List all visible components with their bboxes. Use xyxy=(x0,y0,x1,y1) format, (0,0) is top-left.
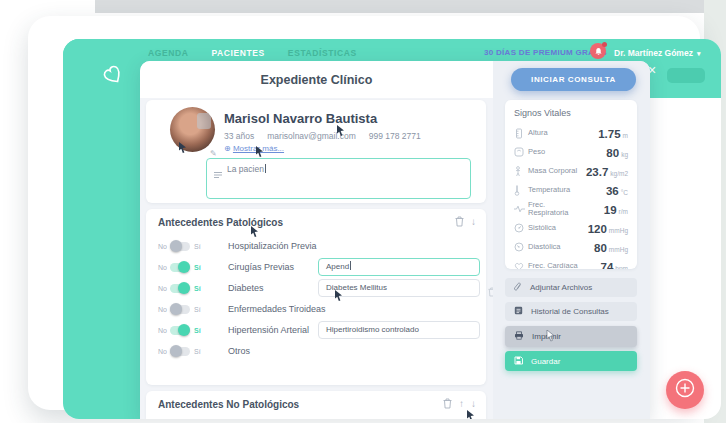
toggle-row: No Sí Hospitalización Previa xyxy=(158,236,476,256)
toggle-row: No Sí Diabetes Diabetes Mellitus xyxy=(158,278,476,298)
patient-age: 33 años xyxy=(224,131,254,141)
ruler-icon xyxy=(514,128,528,139)
scale-icon xyxy=(514,147,528,157)
nav-pacientes[interactable]: PACIENTES xyxy=(211,48,264,58)
text-caret xyxy=(265,164,266,173)
section-title-non-pathological: Antecedentes No Patológicos xyxy=(158,399,299,410)
patient-name: Marisol Navarro Bautista xyxy=(224,111,377,126)
main-nav: AGENDA PACIENTES ESTADÍSTICAS xyxy=(148,46,357,60)
edit-photo-icon[interactable]: ✎ xyxy=(210,149,217,158)
gauge-icon xyxy=(514,223,528,233)
section-title-pathological: Antecedentes Patológicos xyxy=(158,217,283,228)
toggle-row: No Sí Enfermedades Tiroideas xyxy=(158,299,476,319)
history-icon xyxy=(514,306,523,317)
modal-header: Expediente Clínico xyxy=(140,61,493,98)
body-icon xyxy=(514,166,528,177)
nav-estadisticas[interactable]: ESTADÍSTICAS xyxy=(288,48,357,58)
vital-row-sistolica[interactable]: Sistólica 120mmHg xyxy=(514,219,628,237)
vital-row-respiratoria[interactable]: Frec. Respiratoria 19r/m xyxy=(514,200,628,218)
clinical-record-modal: Expediente Clínico ✎ Marisol Navarro Bau… xyxy=(140,61,650,419)
non-pathological-history-card: Antecedentes No Patológicos ↑ ↓ xyxy=(146,391,486,419)
paperclip-icon xyxy=(514,282,522,294)
cursor-icon xyxy=(336,125,345,137)
vital-row-diastolica[interactable]: Diastólica 80mmHg xyxy=(514,238,628,256)
notes-lines-icon xyxy=(214,165,222,173)
chevron-down-icon: ▾ xyxy=(697,50,701,57)
toggle-row: No Sí Hipertensión Arterial Hipertiroidi… xyxy=(158,320,476,340)
toggle-row: No Sí Cirugías Previas Apend xyxy=(158,257,476,277)
toggle-cirugias[interactable] xyxy=(170,263,190,272)
record-sidebar: INICIAR CONSULTA Signos Vitales Altura 1… xyxy=(493,61,650,419)
heart-logo-icon xyxy=(99,61,127,89)
gauge-icon xyxy=(514,242,528,252)
teal-accent-shape xyxy=(667,68,705,83)
patient-meta: 33 años marisolnav@gmail.com 999 178 277… xyxy=(224,131,421,141)
left-sidebar xyxy=(63,39,140,419)
attach-files-button[interactable]: Adjuntar Archivos xyxy=(505,278,637,297)
vital-signs-title: Signos Vitales xyxy=(514,108,628,118)
cirugias-input[interactable]: Apend xyxy=(318,258,480,276)
heart-icon xyxy=(514,262,528,270)
pulse-icon xyxy=(514,205,528,213)
toggle-otros[interactable] xyxy=(170,347,190,356)
mockup-top-strip xyxy=(95,0,726,13)
consultation-history-button[interactable]: Historial de Consultas xyxy=(505,302,637,321)
move-up-icon[interactable]: ↑ xyxy=(459,398,464,409)
move-down-icon[interactable]: ↓ xyxy=(471,398,476,409)
print-button[interactable]: Imprimir xyxy=(505,326,637,347)
toggle-diabetes[interactable] xyxy=(170,284,190,293)
plus-circle-icon xyxy=(674,377,696,403)
trash-icon[interactable] xyxy=(455,216,464,227)
modal-title: Expediente Clínico xyxy=(140,61,493,87)
patient-card: ✎ Marisol Navarro Bautista 33 años maris… xyxy=(146,100,486,203)
thermometer-icon xyxy=(514,185,528,196)
nav-agenda[interactable]: AGENDA xyxy=(148,48,188,58)
vital-signs-card: Signos Vitales Altura 1.75m Peso 80kg xyxy=(505,100,637,269)
cursor-icon xyxy=(334,290,343,302)
toggle-tiroideas[interactable] xyxy=(170,305,190,314)
toggle-hipertension[interactable] xyxy=(170,326,190,335)
printer-icon xyxy=(514,331,524,342)
toggle-row: No Sí Otros xyxy=(158,341,476,361)
notification-bell-icon[interactable] xyxy=(590,43,606,59)
trash-icon[interactable] xyxy=(443,398,452,409)
save-button[interactable]: Guardar xyxy=(505,351,637,371)
page: AGENDA PACIENTES ESTADÍSTICAS 30 DÍAS DE… xyxy=(0,0,726,423)
vital-row-peso[interactable]: Peso 80kg xyxy=(514,143,628,161)
start-consultation-button[interactable]: INICIAR CONSULTA xyxy=(511,68,636,91)
cursor-icon xyxy=(546,330,555,342)
vital-row-temperatura[interactable]: Temperatura 36°C xyxy=(514,181,628,199)
patient-avatar[interactable] xyxy=(170,107,215,152)
toggle-hospitalizacion[interactable] xyxy=(170,242,190,251)
doctor-menu[interactable]: Dr. Martínez Gómez▾ xyxy=(614,48,700,58)
patient-phone: 999 178 2771 xyxy=(369,131,421,141)
cursor-icon xyxy=(466,410,475,419)
plus-circle-icon: ⊕ xyxy=(224,144,231,153)
add-fab-button[interactable] xyxy=(666,371,704,409)
vital-row-altura[interactable]: Altura 1.75m xyxy=(514,124,628,142)
app-window-frame: AGENDA PACIENTES ESTADÍSTICAS 30 DÍAS DE… xyxy=(28,16,700,410)
cursor-icon xyxy=(255,146,264,158)
consultation-note-input[interactable]: La pacien xyxy=(206,158,471,199)
pathological-history-card: Antecedentes Patológicos ↓ No Sí Hospita… xyxy=(146,209,486,385)
premium-banner[interactable]: 30 DÍAS DE PREMIUM GRATIS xyxy=(484,48,607,57)
cursor-icon xyxy=(250,226,259,238)
save-icon xyxy=(514,356,523,367)
move-down-icon[interactable]: ↓ xyxy=(471,216,476,227)
vital-row-masa[interactable]: Masa Corporal 23.7kg/m2 xyxy=(514,162,628,180)
cursor-icon xyxy=(178,142,187,154)
vital-row-cardiaca[interactable]: Frec. Cardíaca 74bpm xyxy=(514,257,628,269)
hipertension-input[interactable]: Hipertiroidismo controlado xyxy=(318,321,480,339)
